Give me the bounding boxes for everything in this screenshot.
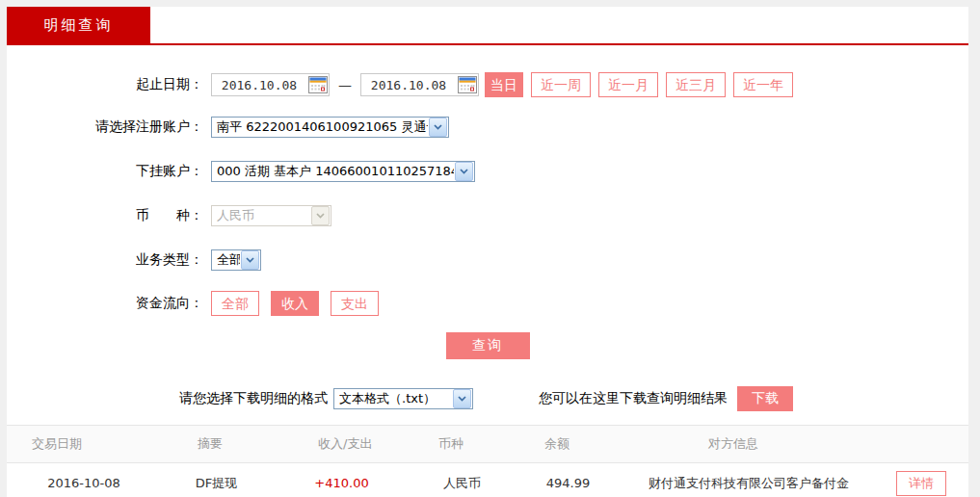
currency-select: 人民币 [211,205,331,226]
start-date-input[interactable] [212,74,306,95]
business-type-label: 业务类型： [7,251,211,269]
calendar-icon[interactable] [456,75,478,94]
tab-label: 明细查询 [44,16,114,35]
download-button[interactable]: 下载 [737,386,793,411]
download-format-select[interactable]: 文本格式（.txt） [333,388,473,409]
chevron-down-icon [311,206,330,225]
business-type-value: 全部 [212,251,240,269]
register-account-select[interactable]: 南平 6222001406100921065 灵通卡 [211,117,449,138]
sub-account-value: 000 活期 基本户 1406600101102571848 [212,163,454,180]
column-header-counterparty: 对方信息 [623,435,874,453]
cell-currency: 人民币 [411,475,513,492]
cell-summary: DF提现 [161,475,272,492]
result-table: 交易日期 摘要 收入/支出 币种 余额 对方信息 2016-10-08 DF提现… [7,425,968,497]
quick-range-today-button[interactable]: 当日 [485,72,523,97]
download-format-value: 文本格式（.txt） [334,390,452,407]
chevron-down-icon [429,118,447,137]
end-date-box [360,73,479,96]
tab-bar: 明细查询 [7,7,968,43]
column-header-amount: 收入/支出 [272,435,411,453]
cell-action: 详情 [874,471,968,496]
column-header-date: 交易日期 [7,435,161,453]
content-card: 明细查询 起止日期： [7,7,968,495]
business-type-select[interactable]: 全部 [211,249,261,271]
register-account-value: 南平 6222001406100921065 灵通卡 [212,118,428,136]
download-hint: 您可以在这里下载查询明细结果 [539,390,728,407]
tab-detail-query[interactable]: 明细查询 [7,7,150,43]
quick-range-year-button[interactable]: 近一年 [733,72,793,97]
register-account-row: 请选择注册账户： 南平 6222001406100921065 灵通卡 [7,116,968,139]
fund-flow-income-button[interactable]: 收入 [271,291,319,316]
fund-flow-label: 资金流向： [7,295,211,312]
detail-button[interactable]: 详情 [896,471,946,496]
currency-row: 币 种： 人民币 [7,204,968,227]
cell-amount: +410.00 [272,476,411,490]
chevron-down-icon [453,389,471,408]
register-account-label: 请选择注册账户： [7,118,211,136]
calendar-icon[interactable] [306,75,329,94]
quick-range-quarter-button[interactable]: 近三月 [666,72,726,97]
sub-account-select[interactable]: 000 活期 基本户 1406600101102571848 [211,161,475,182]
start-date-box [211,73,330,96]
query-button-row: 查询 [7,332,968,359]
quick-range-week-button[interactable]: 近一周 [531,72,591,97]
date-range-row: 起止日期： [7,72,968,97]
download-row: 请您选择下载明细的格式 文本格式（.txt） 您可以在这里下载查询明细结果 下载 [7,386,968,411]
sub-account-row: 下挂账户： 000 活期 基本户 1406600101102571848 [7,160,968,183]
cell-transaction-date: 2016-10-08 [7,476,161,490]
chevron-down-icon [455,162,473,181]
table-row: 2016-10-08 DF提现 +410.00 人民币 494.99 财付通支付… [7,463,968,497]
table-header-row: 交易日期 摘要 收入/支出 币种 余额 对方信息 [7,426,968,463]
cell-balance: 494.99 [513,476,623,490]
query-form: 起止日期： [7,45,968,411]
date-range-separator: — [338,77,352,92]
cell-counterparty: 财付通支付科技有限公司客户备付金 [623,475,874,492]
end-date-input[interactable] [361,74,456,95]
fund-flow-all-button[interactable]: 全部 [211,291,259,316]
business-type-row: 业务类型： 全部 [7,248,968,272]
query-button[interactable]: 查询 [446,332,530,359]
fund-flow-expense-button[interactable]: 支出 [331,291,379,316]
fund-flow-row: 资金流向： 全部 收入 支出 [7,291,968,316]
quick-range-month-button[interactable]: 近一月 [598,72,658,97]
currency-label: 币 种： [7,207,211,224]
sub-account-label: 下挂账户： [7,163,211,180]
column-header-summary: 摘要 [161,435,272,453]
column-header-currency: 币种 [411,435,513,453]
page: 明细查询 起止日期： [0,0,980,497]
date-range-label: 起止日期： [7,76,211,93]
column-header-balance: 余额 [513,435,623,453]
download-format-label: 请您选择下载明细的格式 [179,390,328,407]
chevron-down-icon [241,250,259,270]
currency-value: 人民币 [212,207,310,224]
